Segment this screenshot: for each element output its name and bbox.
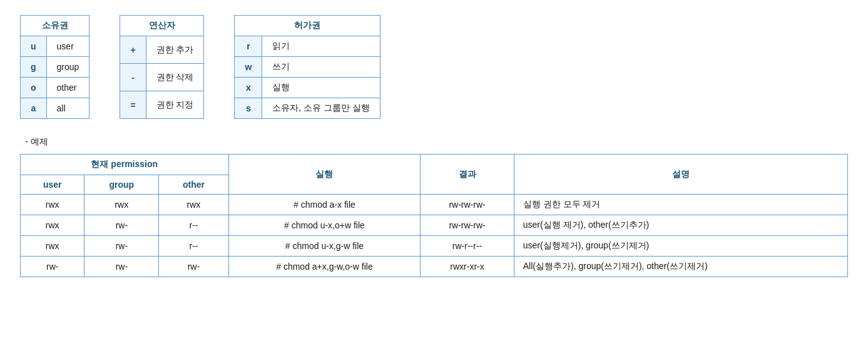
desc-cell: user(실행제거), group(쓰기제거) xyxy=(514,236,847,257)
example-label: - 예제 xyxy=(20,136,848,148)
group-cell: rw- xyxy=(84,257,159,277)
table-row: ggroup xyxy=(21,57,89,78)
desc-cell: 실행 권한 모두 제거 xyxy=(514,195,847,215)
result-cell: rw-rw-rw- xyxy=(421,195,514,215)
group-cell: rw- xyxy=(84,236,159,257)
example-table: 현재 permission 실행 결과 설명 user group other … xyxy=(20,154,848,277)
current-permission-header: 현재 permission xyxy=(21,155,229,175)
result-cell: rwxr-xr-x xyxy=(421,257,514,277)
user-cell: rwx xyxy=(21,195,84,215)
execute-cell: # chmod a+x,g-w,o-w file xyxy=(228,257,421,277)
execute-cell: # chmod u-x,g-w file xyxy=(228,236,421,257)
table-row: rw- rw- rw- # chmod a+x,g-w,o-w file rwx… xyxy=(21,257,848,277)
group-cell: rw- xyxy=(84,215,159,236)
value-cell: 권한 지정 xyxy=(146,91,204,119)
table-row: +권한 추가 xyxy=(120,36,204,64)
other-cell: rw- xyxy=(159,257,228,277)
value-cell: 읽기 xyxy=(262,36,380,57)
execute-cell: # chmod u-x,o+w file xyxy=(228,215,421,236)
execute-header: 실행 xyxy=(228,155,421,195)
permission-header: 허가권 xyxy=(235,16,380,36)
key-cell: o xyxy=(21,78,47,98)
table-row: r읽기 xyxy=(235,36,380,57)
value-cell: 권한 삭제 xyxy=(146,64,204,91)
table-row: -권한 삭제 xyxy=(120,64,204,91)
table-row: rwx rw- r-- # chmod u-x,o+w file rw-rw-r… xyxy=(21,215,848,236)
table-row: uuser xyxy=(21,36,89,57)
value-cell: 쓰기 xyxy=(262,57,380,78)
key-cell: r xyxy=(235,36,262,57)
value-cell: group xyxy=(46,57,89,78)
key-cell: a xyxy=(21,98,47,119)
desc-cell: All(실행추가), group(쓰기제거), other(쓰기제거) xyxy=(514,257,847,277)
other-cell: rwx xyxy=(159,195,228,215)
execute-cell: # chmod a-x file xyxy=(228,195,421,215)
table-row: =권한 지정 xyxy=(120,91,204,119)
ownership-table: 소유권 uuserggroupootheraall xyxy=(20,15,89,119)
result-header: 결과 xyxy=(421,155,514,195)
value-cell: 실행 xyxy=(262,78,380,98)
key-cell: x xyxy=(235,78,262,98)
table-row: oother xyxy=(21,78,89,98)
user-cell: rwx xyxy=(21,236,84,257)
other-subheader: other xyxy=(159,175,228,195)
desc-header: 설명 xyxy=(514,155,847,195)
table-row: w쓰기 xyxy=(235,57,380,78)
result-cell: rw-r--r-- xyxy=(421,236,514,257)
key-cell: = xyxy=(120,91,146,119)
other-cell: r-- xyxy=(159,215,228,236)
key-cell: w xyxy=(235,57,262,78)
desc-cell: user(실행 제거), other(쓰기추가) xyxy=(514,215,847,236)
ownership-header: 소유권 xyxy=(21,16,89,36)
group-cell: rwx xyxy=(84,195,159,215)
group-subheader: group xyxy=(84,175,159,195)
value-cell: other xyxy=(46,78,89,98)
key-cell: u xyxy=(21,36,47,57)
table-row: x실행 xyxy=(235,78,380,98)
value-cell: 소유자, 소유 그룹만 실행 xyxy=(262,98,380,119)
user-subheader: user xyxy=(21,175,84,195)
user-cell: rwx xyxy=(21,215,84,236)
table-row: rwx rwx rwx # chmod a-x file rw-rw-rw- 실… xyxy=(21,195,848,215)
operator-header: 연산자 xyxy=(120,16,204,36)
permission-table: 허가권 r읽기w쓰기x실행s소유자, 소유 그룹만 실행 xyxy=(234,15,380,119)
value-cell: all xyxy=(46,98,89,119)
table-row: aall xyxy=(21,98,89,119)
user-cell: rw- xyxy=(21,257,84,277)
table-row: rwx rw- r-- # chmod u-x,g-w file rw-r--r… xyxy=(21,236,848,257)
key-cell: s xyxy=(235,98,262,119)
table-row: s소유자, 소유 그룹만 실행 xyxy=(235,98,380,119)
key-cell: g xyxy=(21,57,47,78)
value-cell: user xyxy=(46,36,89,57)
key-cell: + xyxy=(120,36,146,64)
key-cell: - xyxy=(120,64,146,91)
value-cell: 권한 추가 xyxy=(146,36,204,64)
other-cell: r-- xyxy=(159,236,228,257)
result-cell: rw-rw-rw- xyxy=(421,215,514,236)
operator-table: 연산자 +권한 추가-권한 삭제=권한 지정 xyxy=(120,15,204,119)
